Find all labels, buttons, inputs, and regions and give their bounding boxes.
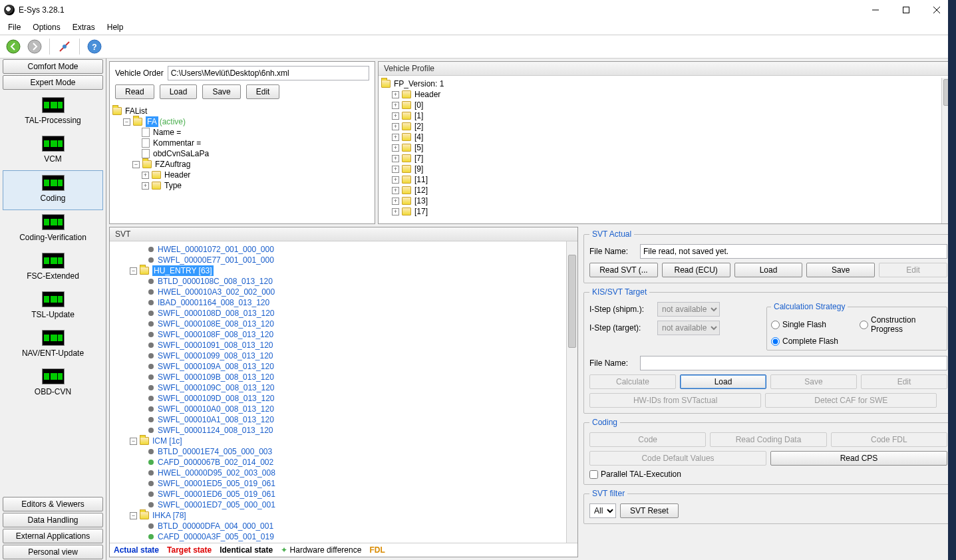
folder-icon — [402, 133, 411, 141]
menu-file[interactable]: File — [3, 21, 26, 33]
document-icon — [142, 149, 150, 158]
expand-icon[interactable]: + — [392, 123, 399, 130]
menu-extras[interactable]: Extras — [67, 21, 100, 33]
expand-icon[interactable]: + — [392, 166, 399, 173]
help-button[interactable]: ? — [85, 37, 104, 56]
sidebar-fsc-extended[interactable]: FSC-Extended — [0, 249, 106, 287]
connect-button[interactable] — [55, 37, 74, 56]
collapse-icon[interactable]: − — [132, 161, 140, 168]
collapse-icon[interactable]: − — [130, 512, 137, 519]
svt-tree[interactable]: HWEL_00001072_001_000_000SWFL_00000E77_0… — [110, 241, 577, 543]
minimize-button[interactable] — [860, 0, 891, 20]
menu-help[interactable]: Help — [102, 21, 129, 33]
expand-icon[interactable]: + — [392, 112, 399, 120]
external-applications-button[interactable]: External Applications — [3, 529, 103, 543]
personal-view-button[interactable]: Personal view — [3, 545, 103, 559]
vehicle-order-path-input[interactable] — [168, 66, 369, 80]
expand-icon[interactable]: + — [142, 172, 149, 179]
folder-icon — [402, 165, 411, 173]
expand-icon[interactable]: + — [392, 102, 399, 109]
folder-icon — [140, 511, 149, 519]
bullet-icon — [148, 300, 154, 305]
bullet-icon — [148, 247, 154, 252]
maximize-button[interactable] — [891, 0, 921, 20]
title-bar: E-Sys 3.28.1 — [0, 0, 956, 20]
expand-icon[interactable]: + — [392, 176, 399, 184]
folder-icon — [402, 144, 411, 152]
bullet-icon — [148, 428, 154, 433]
bullet-icon — [148, 491, 154, 497]
kis-save-button: Save — [770, 374, 857, 389]
svt-reset-button[interactable]: SVT Reset — [620, 503, 679, 518]
expert-mode-button[interactable]: Expert Mode — [3, 75, 103, 90]
svtact-load-button[interactable]: Load — [734, 263, 803, 277]
sidebar-nav-ent-update[interactable]: NAV/ENT-Update — [0, 326, 106, 364]
menu-options[interactable]: Options — [27, 21, 65, 33]
svt-actual-filename[interactable] — [640, 244, 947, 259]
data-handling-button[interactable]: Data Handling — [3, 513, 103, 527]
read-coding-data-button: Read Coding Data — [710, 432, 826, 447]
forward-button[interactable] — [25, 37, 44, 56]
bullet-icon — [148, 406, 154, 412]
sidebar-obd-cvn[interactable]: OBD-CVN — [0, 364, 106, 403]
read-cps-button[interactable]: Read CPS — [770, 451, 947, 466]
expand-icon[interactable]: + — [392, 134, 399, 141]
folder-icon — [402, 112, 411, 120]
kis-filename-input[interactable] — [640, 356, 947, 370]
folder-icon — [152, 171, 161, 179]
single-flash-radio[interactable]: Single Flash — [771, 315, 854, 334]
scrollbar[interactable] — [566, 241, 577, 543]
collapse-icon[interactable]: − — [130, 267, 137, 275]
svt-filter-select[interactable]: All — [589, 503, 616, 518]
parallel-tal-checkbox[interactable]: Parallel TAL-Execution — [589, 470, 947, 479]
sidebar-coding-verification[interactable]: Coding-Verification — [0, 210, 106, 249]
bullet-icon — [148, 364, 154, 369]
expand-icon[interactable]: + — [392, 208, 399, 215]
svtact-save-button[interactable]: Save — [806, 263, 875, 277]
sidebar-tal-processing[interactable]: TAL-Processing — [0, 93, 106, 132]
svt-panel: SVT HWEL_00001072_001_000_000SWFL_00000E… — [109, 227, 578, 557]
bullet-icon — [148, 279, 154, 284]
window-title: E-Sys 3.28.1 — [19, 5, 860, 15]
svg-text:?: ? — [92, 43, 96, 52]
vp-tree[interactable]: FP_Version: 1+Header+[0]+[1]+[2]+[4]+[5]… — [379, 76, 953, 223]
collapse-icon[interactable]: − — [123, 118, 130, 126]
vo-edit-button[interactable]: Edit — [246, 84, 280, 99]
expand-icon[interactable]: + — [392, 91, 399, 98]
folder-icon — [402, 101, 411, 109]
bullet-icon — [148, 523, 154, 529]
folder-icon — [133, 118, 142, 126]
expand-icon[interactable]: + — [392, 198, 399, 205]
read-svt-button[interactable]: Read SVT (... — [589, 263, 658, 277]
expand-icon[interactable]: + — [392, 155, 399, 162]
sidebar-tsl-update[interactable]: TSL-Update — [0, 287, 106, 326]
complete-flash-radio[interactable]: Complete Flash — [771, 337, 854, 346]
fa-tree[interactable]: FAList −FA (active) Name = Kommentar = o… — [110, 103, 375, 223]
svt-filter-group: SVT filter All SVT Reset — [583, 489, 953, 524]
bullet-icon — [148, 289, 154, 295]
sidebar-coding[interactable]: Coding — [3, 170, 103, 210]
editors-viewers-button[interactable]: Editors & Viewers — [3, 497, 103, 511]
folder-icon — [140, 267, 149, 275]
bullet-icon — [148, 481, 154, 486]
vo-load-button[interactable]: Load — [160, 84, 198, 99]
bullet-icon — [148, 332, 154, 337]
kis-svt-target-group: KIS/SVT Target I-Step (shipm.):not avail… — [583, 287, 953, 414]
back-button[interactable] — [4, 37, 23, 56]
expand-icon[interactable]: + — [392, 187, 399, 194]
sidebar-vcm[interactable]: VCM — [0, 132, 106, 170]
collapse-icon[interactable]: − — [130, 438, 137, 445]
bullet-icon — [148, 417, 154, 422]
vo-save-button[interactable]: Save — [202, 84, 240, 99]
read-ecu-button[interactable]: Read (ECU) — [662, 263, 730, 277]
kis-load-button[interactable]: Load — [680, 374, 766, 389]
vo-read-button[interactable]: Read — [115, 84, 154, 99]
svt-legend: Actual state Target state Identical stat… — [110, 543, 577, 557]
bullet-icon — [148, 385, 154, 390]
bullet-icon — [148, 321, 154, 327]
expand-icon[interactable]: + — [392, 144, 399, 152]
comfort-mode-button[interactable]: Comfort Mode — [3, 59, 103, 74]
svg-point-5 — [28, 40, 41, 53]
construction-progress-radio[interactable]: Construction Progress — [860, 315, 943, 334]
expand-icon[interactable]: + — [142, 182, 149, 190]
